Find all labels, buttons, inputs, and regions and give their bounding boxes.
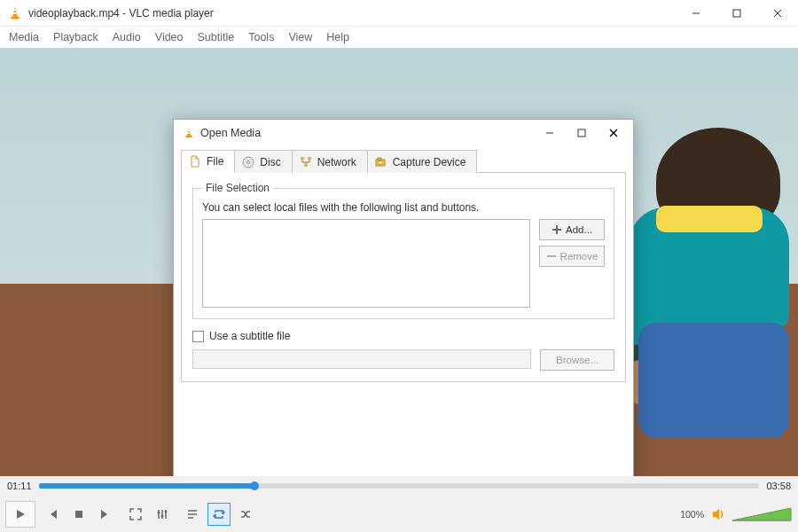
- tab-panel-file: File Selection You can select local file…: [181, 172, 626, 382]
- loop-icon: [213, 508, 225, 520]
- fullscreen-icon: [129, 508, 142, 520]
- seek-thumb[interactable]: [250, 481, 259, 490]
- video-area: Open Media File Disc Network: [0, 48, 798, 476]
- svg-rect-14: [378, 158, 381, 160]
- svg-rect-4: [186, 136, 192, 137]
- dialog-titlebar[interactable]: Open Media: [174, 120, 633, 146]
- volume-label: 100%: [680, 509, 704, 520]
- play-icon: [14, 508, 27, 520]
- menu-media[interactable]: Media: [9, 31, 39, 43]
- total-time[interactable]: 03:58: [766, 481, 791, 491]
- tab-label: File: [207, 155, 223, 168]
- remove-button[interactable]: Remove: [539, 246, 605, 267]
- svg-rect-5: [188, 130, 191, 131]
- disc-icon: [242, 156, 254, 168]
- svg-rect-11: [308, 157, 311, 160]
- svg-rect-7: [578, 129, 585, 137]
- tab-label: Disc: [260, 156, 280, 168]
- file-selection-legend: File Selection: [202, 182, 273, 194]
- equalizer-icon: [156, 508, 168, 520]
- tab-label: Network: [317, 156, 356, 168]
- seek-bar[interactable]: [39, 483, 760, 489]
- menu-playback[interactable]: Playback: [53, 31, 98, 43]
- svg-point-18: [161, 514, 164, 517]
- loop-button[interactable]: [207, 503, 231, 526]
- svg-rect-6: [187, 132, 191, 133]
- use-subtitle-checkbox[interactable]: Use a subtitle file: [192, 330, 614, 342]
- tab-capture[interactable]: Capture Device: [367, 150, 478, 173]
- svg-rect-2: [13, 12, 18, 14]
- shuffle-icon: [239, 508, 252, 520]
- svg-point-17: [158, 511, 160, 513]
- network-icon: [300, 156, 312, 168]
- seek-progress: [39, 483, 255, 489]
- dialog-close-button[interactable]: [598, 121, 630, 145]
- window-controls: [676, 0, 798, 27]
- browse-button[interactable]: Browse...: [540, 349, 614, 371]
- checkbox-icon: [192, 331, 204, 342]
- svg-point-9: [247, 160, 250, 163]
- fullscreen-button[interactable]: [124, 503, 147, 526]
- file-list[interactable]: [202, 219, 530, 308]
- plus-icon: [552, 224, 562, 235]
- close-button[interactable]: [757, 0, 798, 27]
- previous-button[interactable]: [41, 503, 64, 526]
- timeline: 01:11 03:58: [0, 476, 798, 496]
- shuffle-button[interactable]: [234, 503, 257, 526]
- menu-video[interactable]: Video: [155, 31, 184, 43]
- play-button[interactable]: [5, 501, 35, 528]
- dialog-maximize-button[interactable]: [566, 121, 598, 145]
- browse-label: Browse...: [556, 355, 598, 365]
- next-button[interactable]: [94, 503, 117, 526]
- player-controls: 100%: [0, 496, 798, 532]
- vlc-cone-icon: [183, 127, 195, 139]
- tab-file[interactable]: File: [181, 150, 235, 173]
- menu-view[interactable]: View: [288, 31, 312, 43]
- open-media-dialog: Open Media File Disc Network: [173, 119, 634, 476]
- playlist-icon: [186, 508, 199, 520]
- svg-rect-1: [13, 9, 16, 11]
- menu-subtitle[interactable]: Subtitle: [198, 31, 235, 43]
- menu-tools[interactable]: Tools: [248, 31, 274, 43]
- tab-disc[interactable]: Disc: [234, 150, 292, 173]
- dialog-title: Open Media: [200, 127, 261, 139]
- svg-rect-12: [304, 164, 308, 167]
- svg-marker-20: [732, 508, 791, 520]
- remove-label: Remove: [560, 251, 598, 262]
- file-selection-hint: You can select local files with the foll…: [202, 201, 605, 214]
- svg-rect-16: [75, 511, 82, 518]
- file-icon: [189, 155, 201, 168]
- maximize-button[interactable]: [716, 0, 757, 27]
- tab-network[interactable]: Network: [292, 150, 368, 173]
- menubar: Media Playback Audio Video Subtitle Tool…: [0, 27, 798, 48]
- window-title: videoplayback.mp4 - VLC media player: [28, 7, 676, 20]
- menu-help[interactable]: Help: [326, 31, 349, 43]
- dialog-minimize-button[interactable]: [534, 121, 566, 145]
- subtitle-path-input: [192, 349, 531, 369]
- volume-slider[interactable]: [731, 505, 793, 524]
- svg-rect-0: [12, 16, 20, 19]
- menu-audio[interactable]: Audio: [113, 31, 141, 43]
- tab-label: Capture Device: [393, 156, 466, 168]
- playlist-button[interactable]: [181, 503, 204, 526]
- stop-icon: [74, 509, 84, 520]
- minus-icon: [546, 251, 557, 262]
- svg-rect-10: [301, 157, 304, 160]
- extended-settings-button[interactable]: [151, 503, 174, 526]
- titlebar: videoplayback.mp4 - VLC media player: [0, 0, 798, 27]
- skip-next-icon: [99, 508, 112, 520]
- stop-button[interactable]: [67, 503, 90, 526]
- file-selection-fieldset: File Selection You can select local file…: [192, 182, 614, 319]
- speaker-icon[interactable]: [711, 506, 727, 522]
- minimize-button[interactable]: [676, 0, 716, 27]
- checkbox-label: Use a subtitle file: [209, 330, 290, 342]
- add-label: Add...: [566, 224, 592, 235]
- vlc-cone-icon: [7, 5, 23, 21]
- svg-point-15: [379, 160, 382, 164]
- dialog-tabs: File Disc Network Capture Device: [181, 150, 626, 173]
- elapsed-time[interactable]: 01:11: [7, 481, 32, 491]
- capture-icon: [375, 156, 387, 168]
- add-button[interactable]: Add...: [539, 219, 605, 240]
- svg-rect-3: [733, 10, 740, 17]
- skip-previous-icon: [46, 508, 59, 520]
